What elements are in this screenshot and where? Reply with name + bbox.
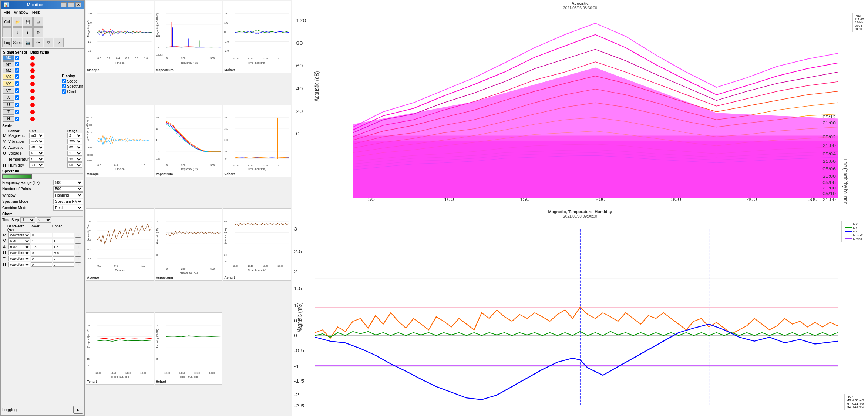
chart-mode-t[interactable]: Waveform (8, 256, 30, 261)
waveform-button[interactable]: 〜 (33, 38, 43, 47)
grid-button[interactable]: ⊞ (33, 17, 43, 27)
chart-spin-a[interactable]: ↕ (75, 245, 81, 249)
vx-checkbox[interactable] (15, 74, 30, 80)
scale-range-v[interactable]: 200 (67, 139, 82, 144)
scale-unit-m[interactable]: mG (29, 133, 44, 138)
menu-file[interactable]: File (4, 10, 10, 14)
chart-spin-v[interactable]: ↕ (75, 239, 81, 244)
hchart-chart[interactable]: 50 45 40 35 13:00 13:10 13:20 13:30 Time… (155, 312, 223, 385)
chart-lower-t[interactable] (31, 256, 52, 261)
signal-btn-h[interactable]: H (3, 116, 14, 122)
chart-upper-u[interactable] (53, 251, 74, 255)
achart-chart[interactable]: 80 60 40 20 0 13:00 13:10 13:20 13:30 Ti… (223, 208, 291, 281)
arrow-down-button[interactable]: ↓ (13, 27, 22, 37)
spectrum-freq-range-select[interactable]: 500 (53, 180, 83, 185)
cal-button[interactable]: Cal (2, 17, 12, 27)
signal-btn-vy[interactable]: VY (3, 81, 14, 87)
info-button[interactable]: ℹ (23, 27, 33, 37)
chart-mode-m[interactable]: Waveform (8, 232, 30, 238)
signal-btn-mx[interactable]: MX (3, 55, 14, 61)
h-checkbox[interactable] (15, 117, 30, 122)
spectrum-mode-select[interactable]: Spectrum RMS (53, 199, 83, 204)
open-button[interactable]: 📂 (13, 17, 22, 27)
arrow-up-button[interactable]: ↑ (2, 27, 12, 37)
settings-button[interactable]: ⚙ (33, 27, 43, 37)
scale-range-h[interactable]: 50 (67, 162, 82, 168)
save-button[interactable]: 💾 (23, 17, 33, 27)
signal-btn-vz[interactable]: VZ (3, 88, 14, 94)
chart-lower-u[interactable] (31, 251, 52, 255)
chart-mode-u[interactable]: Waveform (8, 250, 30, 255)
filter-button[interactable]: ▽ (44, 38, 53, 47)
chart-lower-v[interactable] (31, 239, 52, 243)
chart-lower-m[interactable] (31, 233, 52, 237)
spectrum-checkbox[interactable] (62, 84, 66, 88)
timestep-value-select[interactable]: 1 (20, 217, 35, 223)
t-checkbox[interactable] (15, 110, 30, 115)
scale-range-u[interactable]: 1 (67, 151, 82, 156)
vy-checkbox[interactable] (15, 81, 30, 87)
chart-spin-m[interactable]: ↕ (75, 233, 81, 238)
signal-btn-my[interactable]: MY (3, 61, 14, 67)
chart-display-checkbox[interactable] (62, 89, 66, 94)
mchart-chart[interactable]: 2.0 1.0 0 -1.0 -2.0 13:00 13:10 13:20 13… (223, 1, 291, 73)
scope-checkbox[interactable] (62, 79, 66, 83)
spec-button[interactable]: Spec (13, 38, 22, 47)
chart-upper-m[interactable] (53, 233, 74, 237)
u-checkbox[interactable] (15, 103, 30, 108)
minimize-button[interactable]: _ (61, 2, 67, 7)
chart-upper-v[interactable] (53, 239, 74, 243)
menu-window[interactable]: Window (14, 10, 28, 14)
signal-btn-a[interactable]: A (3, 95, 14, 101)
chart-upper-t[interactable] (53, 256, 74, 261)
tchart-chart[interactable]: 30 25 20 15 5 13:00 13:10 13:20 13:30 Ti… (86, 312, 154, 385)
svg-text:-0.5: -0.5 (294, 348, 304, 353)
close-button[interactable]: ✕ (75, 2, 81, 7)
scale-unit-a[interactable]: dB (29, 145, 44, 150)
a-checkbox[interactable] (15, 95, 30, 101)
timestep-unit-select[interactable]: s (37, 217, 51, 223)
logging-button[interactable]: ▶ (73, 406, 83, 414)
spectrum-combine-select[interactable]: Peak (53, 205, 83, 211)
mscope-chart[interactable]: 2.0 1.0 0 -1.0 -2.0 0.0 0.2 0.4 0.6 0.8 … (86, 1, 154, 73)
aspectrum-chart[interactable]: 80 60 40 20 0 0 250 500 Frequency (Hz) A… (155, 208, 223, 281)
chart-mode-a[interactable]: RMS (8, 244, 30, 249)
my-checkbox[interactable] (15, 62, 30, 67)
chart-mode-h[interactable]: Waveform (8, 262, 30, 267)
chart-upper-a[interactable] (53, 245, 74, 249)
ascope-chart[interactable]: 0.20 0.10 0.00 -0.10 -0.20 0.0 0.5 1.0 T… (86, 208, 154, 281)
spectrum-window-select[interactable]: Hanning (53, 192, 83, 198)
chart-upper-h[interactable] (53, 262, 74, 267)
scale-unit-u[interactable]: V (29, 151, 44, 156)
mspectrum-chart[interactable]: 2 0.1 0.01 0.001 0.0002 0 250 500 Freque… (155, 1, 223, 73)
signal-btn-t[interactable]: T (3, 109, 14, 115)
vz-checkbox[interactable] (15, 88, 30, 94)
log-button[interactable]: Log (2, 38, 12, 47)
camera-button[interactable]: 📷 (23, 38, 33, 47)
scale-unit-t[interactable]: C (29, 157, 44, 162)
scale-unit-h[interactable]: %RH (29, 162, 44, 168)
vchart-chart[interactable]: 200 150 100 50 0 13:00 13:10 13:20 13:30… (223, 105, 291, 177)
scale-range-t[interactable]: 30 (67, 157, 82, 162)
chart-mode-v[interactable]: RMS (8, 238, 30, 244)
signal-btn-u[interactable]: U (3, 102, 14, 108)
scale-unit-v[interactable]: um/s (29, 139, 44, 144)
vscope-chart[interactable]: 80000 50000 25000 0 -25000 -50000 -80000… (86, 105, 154, 177)
signal-btn-vx[interactable]: VX (3, 74, 14, 80)
spectrum-num-points-select[interactable]: 500 (53, 186, 83, 192)
chart-spin-t[interactable]: ↕ (75, 256, 81, 261)
mx-checkbox[interactable] (15, 56, 30, 61)
mz-checkbox[interactable] (15, 68, 30, 73)
chart-lower-h[interactable] (31, 262, 52, 267)
scale-range-m[interactable]: 2 (67, 133, 82, 138)
scale-range-a[interactable]: 80 (67, 145, 82, 150)
vspectrum-chart[interactable]: 400 10 1 0.1 0.02 0 250 500 Frequency (H… (155, 105, 223, 177)
chart-lower-a[interactable] (31, 245, 52, 249)
maximize-button[interactable]: □ (68, 2, 74, 7)
cursor-button[interactable]: ↗ (54, 38, 64, 47)
chart-spin-h[interactable]: ↕ (75, 262, 81, 267)
svg-text:Acoustic (dB): Acoustic (dB) (313, 71, 320, 101)
chart-spin-u[interactable]: ↕ (75, 251, 81, 255)
menu-help[interactable]: Help (32, 10, 41, 14)
signal-btn-mz[interactable]: MZ (3, 68, 14, 73)
